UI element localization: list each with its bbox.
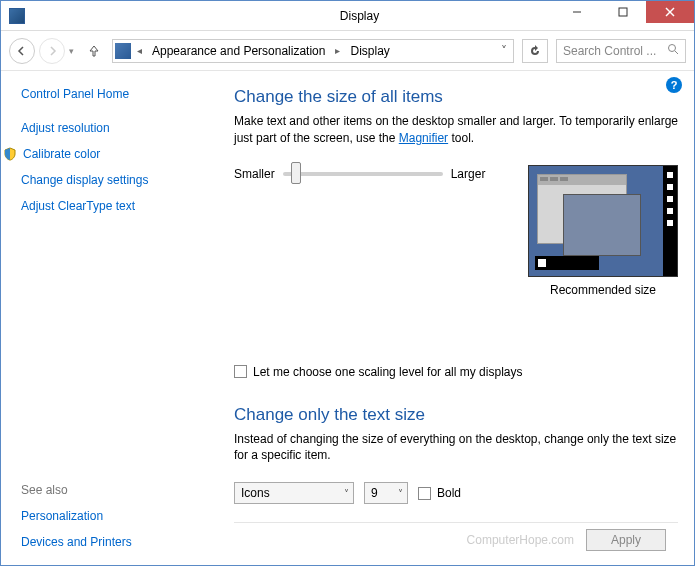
slider-thumb[interactable] xyxy=(291,162,301,184)
bold-checkbox-row: Bold xyxy=(418,486,461,500)
svg-line-5 xyxy=(675,51,678,54)
preview-sidebar xyxy=(663,166,677,276)
item-select-value: Icons xyxy=(241,486,338,500)
bold-checkbox[interactable] xyxy=(418,487,431,500)
watermark: ComputerHope.com xyxy=(467,533,574,547)
sidebar-item-calibrate-color[interactable]: Calibrate color xyxy=(21,147,204,161)
chevron-right-icon[interactable]: ◂ xyxy=(135,45,144,56)
sidebar-item-change-display-settings[interactable]: Change display settings xyxy=(21,173,204,187)
display-window: Display ▾ ◂ Appearance and Personalizati… xyxy=(0,0,695,566)
preview-caption: Recommended size xyxy=(550,283,656,297)
preview-taskbar xyxy=(535,256,599,270)
text-size-controls: Icons ˅ 9 ˅ Bold xyxy=(234,482,678,504)
display-preview xyxy=(528,165,678,277)
help-icon[interactable]: ? xyxy=(666,77,682,93)
minimize-button[interactable] xyxy=(554,1,600,23)
chevron-down-icon: ˅ xyxy=(398,488,403,499)
desc-text-size: Instead of changing the size of everythi… xyxy=(234,431,678,465)
size-select[interactable]: 9 ˅ xyxy=(364,482,408,504)
forward-button[interactable] xyxy=(39,38,65,64)
slider-max-label: Larger xyxy=(451,167,486,181)
desc-text-b: tool. xyxy=(448,131,474,145)
sidebar: Control Panel Home Adjust resolution Cal… xyxy=(1,71,216,565)
apply-button[interactable]: Apply xyxy=(586,529,666,551)
size-select-value: 9 xyxy=(371,486,392,500)
refresh-button[interactable] xyxy=(522,39,548,63)
search-icon xyxy=(667,43,679,58)
system-icon xyxy=(9,8,25,24)
search-input[interactable]: Search Control ... xyxy=(556,39,686,63)
preview-column: Recommended size xyxy=(528,165,678,297)
up-button[interactable] xyxy=(84,38,104,64)
heading-change-size: Change the size of all items xyxy=(234,87,678,107)
svg-point-4 xyxy=(669,45,676,52)
see-also-personalization[interactable]: Personalization xyxy=(21,509,204,523)
see-also-devices-printers[interactable]: Devices and Printers xyxy=(21,535,204,549)
size-slider-group: Smaller Larger xyxy=(234,167,485,181)
breadcrumb-level1[interactable]: Appearance and Personalization xyxy=(148,44,329,58)
slider-min-label: Smaller xyxy=(234,167,275,181)
scaling-checkbox-row: Let me choose one scaling level for all … xyxy=(234,365,678,379)
size-slider[interactable] xyxy=(283,172,443,176)
bold-label[interactable]: Bold xyxy=(437,486,461,500)
footer: ComputerHope.com Apply xyxy=(234,522,678,557)
chevron-right-icon[interactable]: ▸ xyxy=(333,45,342,56)
recent-dropdown-icon[interactable]: ▾ xyxy=(69,46,74,56)
sidebar-item-adjust-resolution[interactable]: Adjust resolution xyxy=(21,121,204,135)
address-dropdown-icon[interactable]: ˅ xyxy=(497,44,511,58)
chevron-down-icon: ˅ xyxy=(344,488,349,499)
sidebar-item-adjust-cleartype[interactable]: Adjust ClearType text xyxy=(21,199,204,213)
desc-change-size: Make text and other items on the desktop… xyxy=(234,113,678,147)
svg-rect-1 xyxy=(619,8,627,16)
preview-window2 xyxy=(563,194,641,256)
control-panel-home-link[interactable]: Control Panel Home xyxy=(21,87,204,101)
titlebar: Display xyxy=(1,1,694,31)
sidebar-item-label: Calibrate color xyxy=(23,147,100,161)
see-also-label: See also xyxy=(21,483,204,497)
magnifier-link[interactable]: Magnifier xyxy=(399,131,448,145)
content: ? Change the size of all items Make text… xyxy=(216,71,694,565)
heading-text-size: Change only the text size xyxy=(234,405,678,425)
back-button[interactable] xyxy=(9,38,35,64)
window-buttons xyxy=(554,1,694,23)
maximize-button[interactable] xyxy=(600,1,646,23)
scaling-checkbox[interactable] xyxy=(234,365,247,378)
toolbar: ▾ ◂ Appearance and Personalization ▸ Dis… xyxy=(1,31,694,71)
body: Control Panel Home Adjust resolution Cal… xyxy=(1,71,694,565)
control-panel-icon xyxy=(115,43,131,59)
close-button[interactable] xyxy=(646,1,694,23)
scaling-checkbox-label[interactable]: Let me choose one scaling level for all … xyxy=(253,365,522,379)
address-bar[interactable]: ◂ Appearance and Personalization ▸ Displ… xyxy=(112,39,514,63)
shield-icon xyxy=(3,147,17,161)
search-placeholder: Search Control ... xyxy=(563,44,667,58)
breadcrumb-level2[interactable]: Display xyxy=(346,44,393,58)
item-select[interactable]: Icons ˅ xyxy=(234,482,354,504)
size-slider-row: Smaller Larger Recommended size xyxy=(234,165,678,297)
